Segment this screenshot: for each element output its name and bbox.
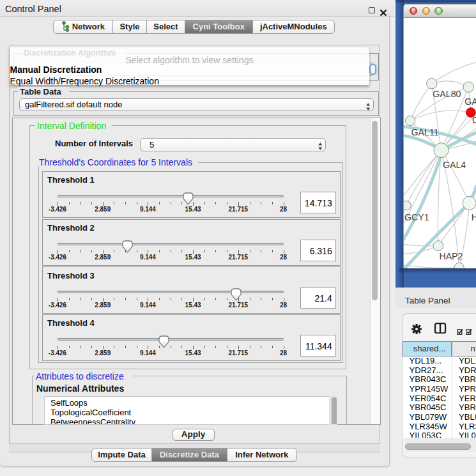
svg-text:GCY1: GCY1 <box>404 212 429 222</box>
svg-text:CY: CY <box>472 115 476 125</box>
svg-text:GAL80: GAL80 <box>433 89 461 99</box>
svg-text:H: H <box>472 212 476 222</box>
svg-text:HAP2: HAP2 <box>439 251 463 261</box>
svg-text:GAL: GAL <box>464 96 476 107</box>
svg-text:GAL4: GAL4 <box>443 160 466 170</box>
svg-text:GAL11: GAL11 <box>411 127 439 137</box>
